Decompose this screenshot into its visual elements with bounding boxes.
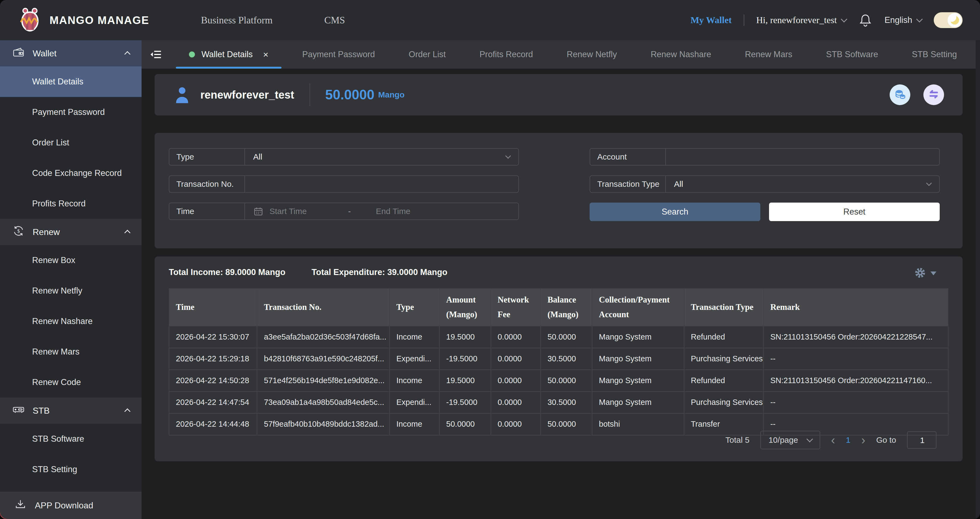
sidebar-group-stb[interactable]: STB: [0, 398, 142, 424]
recharge-button[interactable]: [889, 84, 910, 105]
caret-down-icon: [931, 271, 937, 275]
close-tab-icon[interactable]: ×: [263, 49, 269, 60]
brand[interactable]: MANGO MANAGE: [18, 6, 149, 34]
top-nav-cms[interactable]: CMS: [324, 14, 345, 26]
tab-order-list[interactable]: Order List: [392, 40, 463, 68]
sidebar-item-order-list[interactable]: Order List: [0, 127, 142, 158]
totals-row: Total Income: 89.0000 Mango Total Expend…: [169, 267, 948, 277]
sidebar-group-renew[interactable]: $Renew: [0, 219, 142, 245]
tab-payment-password[interactable]: Payment Password: [285, 40, 392, 68]
coins-icon: [894, 88, 906, 102]
column-header-remark: Remark: [764, 288, 948, 326]
app-window: MANGO MANAGE Business PlatformCMS My Wal…: [0, 0, 980, 519]
account-field[interactable]: [674, 152, 939, 162]
table-cell: Income: [390, 326, 439, 348]
table-cell: 2026-04-22 15:29:18: [169, 348, 257, 370]
chevron-up-icon: [124, 51, 130, 57]
chevron-down-icon: [841, 16, 848, 22]
tab-label: Renew Nashare: [651, 49, 711, 59]
search-button[interactable]: Search: [590, 202, 760, 221]
sidebar-item-code-exchange-record[interactable]: Code Exchange Record: [0, 158, 142, 188]
table-cell: Mango System: [592, 348, 684, 370]
table-row: 2026-04-22 15:29:18b42810f68763a91e590c2…: [169, 348, 948, 370]
table-cell: 0.0000: [491, 413, 541, 435]
greeting-text: Hi, renewforever_test: [756, 15, 837, 25]
account-label: Account: [590, 149, 666, 165]
my-wallet-link[interactable]: My Wallet: [690, 15, 732, 25]
divider: [310, 83, 310, 106]
transfer-button[interactable]: [923, 84, 944, 105]
transaction-no-field[interactable]: [253, 179, 518, 189]
table-cell: Mango System: [592, 392, 684, 413]
sidebar-item-renew-nashare[interactable]: Renew Nashare: [0, 306, 142, 337]
active-tab-dot-icon: [189, 51, 195, 57]
reset-button[interactable]: Reset: [769, 202, 940, 221]
table-cell: Income: [390, 413, 439, 435]
time-range-picker[interactable]: Time Start Time - End Time: [169, 202, 519, 220]
toggle-thumb: [948, 13, 962, 27]
notification-bell-icon[interactable]: [858, 13, 872, 27]
table-cell: 0.0000: [491, 326, 541, 348]
user-menu[interactable]: Hi, renewforever_test: [756, 15, 846, 25]
transaction-no-label: Transaction No.: [169, 176, 245, 192]
sidebar-item-profits-record[interactable]: Profits Record: [0, 188, 142, 219]
transaction-type-select[interactable]: Transaction Type All: [590, 175, 940, 193]
sidebar-item-renew-code[interactable]: Renew Code: [0, 367, 142, 398]
table-cell: 571e4f256b194de5f8e1e9d082e...: [257, 370, 390, 392]
transactions-card: Total Income: 89.0000 Mango Total Expend…: [154, 256, 963, 461]
end-time-placeholder[interactable]: End Time: [376, 207, 410, 216]
goto-page-input[interactable]: [907, 431, 937, 449]
sidebar-item-stb-setting[interactable]: STB Setting: [0, 454, 142, 485]
scrollbar[interactable]: [976, 40, 980, 519]
wallet-icon: [12, 46, 25, 61]
column-header-amount-mango: Amount (Mango): [439, 288, 491, 326]
page-size-select[interactable]: 10/page: [760, 431, 820, 449]
wallet-card: renewforever_test 50.0000 Mango: [154, 74, 963, 115]
sidebar-group-wallet[interactable]: Wallet: [0, 40, 142, 67]
sidebar-item-wallet-details[interactable]: Wallet Details: [0, 67, 142, 97]
sidebar-collapse-icon[interactable]: [148, 46, 165, 63]
tab-profits-record[interactable]: Profits Record: [463, 40, 550, 68]
sidebar-item-renew-mars[interactable]: Renew Mars: [0, 337, 142, 367]
sidebar-item-stb-software[interactable]: STB Software: [0, 424, 142, 454]
top-nav: Business PlatformCMS: [201, 14, 345, 26]
prev-page-button[interactable]: ‹: [831, 434, 835, 446]
transaction-no-input[interactable]: Transaction No.: [169, 175, 519, 193]
sidebar-item-renew-box[interactable]: Renew Box: [0, 245, 142, 275]
tab-label: STB Setting: [912, 49, 957, 59]
start-time-placeholder[interactable]: Start Time: [269, 207, 307, 216]
tab-label: Profits Record: [479, 49, 533, 59]
sidebar: WalletWallet DetailsPayment PasswordOrde…: [0, 40, 142, 519]
next-page-button[interactable]: ›: [861, 434, 865, 446]
svg-text:$: $: [18, 228, 20, 234]
column-header-time: Time: [169, 288, 257, 326]
chevron-down-icon: [916, 16, 923, 22]
tab-renew-netfly[interactable]: Renew Netfly: [550, 40, 634, 68]
tab-wallet-details[interactable]: Wallet Details×: [172, 40, 285, 68]
column-settings-button[interactable]: [913, 266, 937, 280]
type-select[interactable]: Type All: [169, 148, 519, 166]
sidebar-item-app-download[interactable]: APP Download: [0, 492, 142, 519]
sidebar-item-renew-netfly[interactable]: Renew Netfly: [0, 275, 142, 306]
group-label: Renew: [33, 227, 60, 237]
tab-renew-mars[interactable]: Renew Mars: [728, 40, 809, 68]
tab-stb-software[interactable]: STB Software: [809, 40, 895, 68]
filter-buttons: Search Reset: [590, 202, 940, 221]
top-nav-business-platform[interactable]: Business Platform: [201, 14, 272, 26]
language-selector[interactable]: English: [885, 15, 922, 25]
account-input[interactable]: Account: [590, 148, 940, 166]
language-label: English: [885, 15, 912, 25]
current-page[interactable]: 1: [846, 435, 850, 445]
goto-page-field[interactable]: [908, 432, 937, 449]
table-cell: SN:211013150456 Order:202604221228547...: [764, 326, 948, 348]
wallet-actions: [889, 84, 944, 105]
table-cell: Mango System: [592, 370, 684, 392]
sidebar-item-payment-password[interactable]: Payment Password: [0, 97, 142, 127]
tab-label: Order List: [409, 49, 445, 59]
dark-mode-toggle[interactable]: [934, 12, 963, 28]
page-size-value: 10/page: [768, 435, 798, 445]
tabs: Wallet Details×Payment PasswordOrder Lis…: [172, 40, 974, 68]
tab-renew-nashare[interactable]: Renew Nashare: [634, 40, 728, 68]
table-cell: -19.5000: [439, 392, 491, 413]
tab-stb-setting[interactable]: STB Setting: [895, 40, 974, 68]
